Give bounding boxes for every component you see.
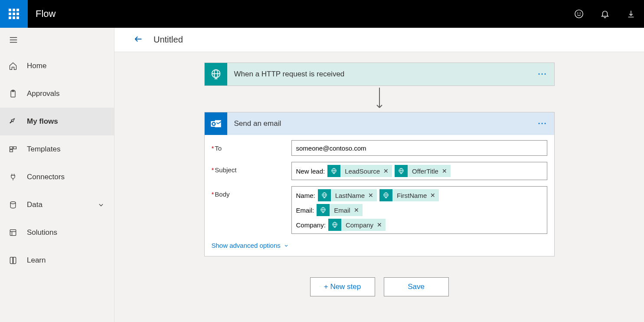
new-step-button[interactable]: + New step	[310, 277, 375, 296]
dynamic-token[interactable]: OfferTitle✕	[395, 165, 451, 177]
trigger-menu-button[interactable]: ···	[538, 70, 547, 79]
field-body: *Body Name:LastName✕FirstName✕Email:Emai…	[212, 186, 547, 234]
sidebar-item-label: Solutions	[27, 228, 57, 237]
sidebar-item-templates[interactable]: Templates	[0, 135, 114, 163]
chevron-down-icon	[283, 243, 289, 249]
globe-icon	[379, 189, 392, 201]
trigger-title: When a HTTP request is received	[227, 70, 345, 79]
download-icon	[626, 9, 636, 19]
token-remove[interactable]: ✕	[377, 221, 386, 228]
token-remove[interactable]: ✕	[383, 168, 392, 174]
to-input[interactable]: someone@contoso.com	[291, 140, 547, 156]
body-input[interactable]: Name:LastName✕FirstName✕Email:Email✕Comp…	[291, 186, 547, 234]
subject-input[interactable]: New lead: LeadSource✕OfferTitle✕	[291, 162, 547, 180]
svg-rect-7	[10, 150, 13, 152]
token-label: Email	[330, 207, 354, 214]
globe-icon	[327, 165, 340, 177]
sidebar-item-label: Connectors	[27, 173, 65, 181]
trigger-card[interactable]: When a HTTP request is received ···	[204, 62, 555, 86]
action-card-header[interactable]: Send an email ···	[205, 112, 554, 135]
token-label: LeadSource	[340, 168, 383, 175]
sidebar-item-approvals[interactable]: Approvals	[0, 80, 114, 108]
globe-icon	[317, 204, 330, 216]
title-bar: Untitled	[114, 28, 644, 52]
plug-icon	[9, 173, 17, 181]
action-card[interactable]: Send an email ··· *To someone@contoso.co…	[204, 112, 555, 256]
save-button[interactable]: Save	[384, 277, 449, 296]
sidebar-item-label: Templates	[27, 145, 60, 154]
flow-icon	[9, 117, 17, 126]
smiley-icon	[574, 9, 584, 19]
to-label: To	[215, 145, 222, 152]
hamburger-icon	[9, 35, 18, 45]
token-label: Company	[341, 221, 377, 229]
svg-point-8	[10, 202, 16, 204]
notifications-button[interactable]	[592, 0, 618, 28]
token-remove[interactable]: ✕	[430, 192, 439, 199]
dynamic-token[interactable]: LastName✕	[318, 189, 377, 201]
subject-prefix: New lead:	[296, 168, 325, 175]
clipboard-icon	[9, 89, 17, 98]
sidebar-item-label: Data	[27, 200, 42, 209]
svg-point-1	[578, 13, 578, 13]
sidebar-item-home[interactable]: Home	[0, 52, 114, 80]
arrow-left-icon	[134, 34, 143, 44]
subject-label: Subject	[215, 166, 236, 174]
feedback-button[interactable]	[566, 0, 592, 28]
dynamic-token[interactable]: Email✕	[317, 204, 363, 216]
bell-icon	[600, 9, 610, 19]
connector-arrow	[121, 86, 637, 112]
sidebar-item-connectors[interactable]: Connectors	[0, 163, 114, 191]
brand-title: Flow	[28, 8, 56, 20]
sidebar-item-learn[interactable]: Learn	[0, 246, 114, 274]
action-title: Send an email	[227, 119, 281, 128]
sidebar-item-label: Home	[27, 62, 46, 70]
trigger-card-header[interactable]: When a HTTP request is received ···	[205, 63, 554, 85]
back-button[interactable]	[134, 34, 143, 46]
token-remove[interactable]: ✕	[368, 192, 377, 199]
action-menu-button[interactable]: ···	[538, 119, 547, 128]
sidebar-item-label: My flows	[27, 117, 58, 126]
token-remove[interactable]: ✕	[354, 207, 363, 214]
sidebar-item-solutions[interactable]: Solutions	[0, 219, 114, 246]
body-label: Body	[215, 191, 229, 198]
dynamic-token[interactable]: Company✕	[328, 219, 386, 231]
http-icon	[205, 63, 227, 85]
templates-icon	[9, 145, 17, 154]
app-launcher-button[interactable]	[0, 0, 28, 28]
body-line: Name:LastName✕FirstName✕	[296, 189, 439, 201]
token-remove[interactable]: ✕	[442, 168, 451, 174]
main-area: Untitled When a HTTP request is received…	[114, 28, 644, 322]
body-line: Email:Email✕	[296, 204, 363, 216]
token-label: LastName	[331, 192, 368, 199]
svg-rect-5	[10, 147, 13, 149]
svg-rect-9	[10, 230, 16, 235]
body-line-prefix: Email:	[296, 207, 314, 214]
download-button[interactable]	[618, 0, 644, 28]
show-advanced-link[interactable]: Show advanced options	[212, 240, 289, 253]
chevron-down-icon	[97, 200, 105, 209]
field-to: *To someone@contoso.com	[212, 140, 547, 156]
dynamic-token[interactable]: LeadSource✕	[327, 165, 392, 177]
sidebar-item-label: Approvals	[27, 89, 60, 98]
sidebar-item-label: Learn	[27, 256, 46, 265]
action-form: *To someone@contoso.com *Subject New lea…	[205, 135, 554, 256]
sidebar-item-data[interactable]: Data	[0, 191, 114, 219]
dynamic-token[interactable]: FirstName✕	[379, 189, 439, 201]
outlook-icon	[205, 112, 227, 135]
body-line-prefix: Company:	[296, 221, 326, 229]
globe-icon	[395, 165, 408, 177]
svg-point-0	[575, 10, 583, 18]
sidebar-item-my-flows[interactable]: My flows	[0, 108, 114, 135]
footer-buttons: + New step Save	[121, 277, 637, 296]
home-icon	[9, 62, 17, 70]
waffle-icon	[9, 9, 19, 19]
sidebar-toggle[interactable]	[0, 28, 114, 52]
solutions-icon	[9, 228, 17, 237]
database-icon	[9, 200, 17, 209]
globe-icon	[328, 219, 341, 231]
body-line: Company:Company✕	[296, 219, 386, 231]
flow-title[interactable]: Untitled	[154, 35, 183, 45]
to-value: someone@contoso.com	[296, 145, 366, 152]
svg-point-2	[580, 13, 580, 13]
